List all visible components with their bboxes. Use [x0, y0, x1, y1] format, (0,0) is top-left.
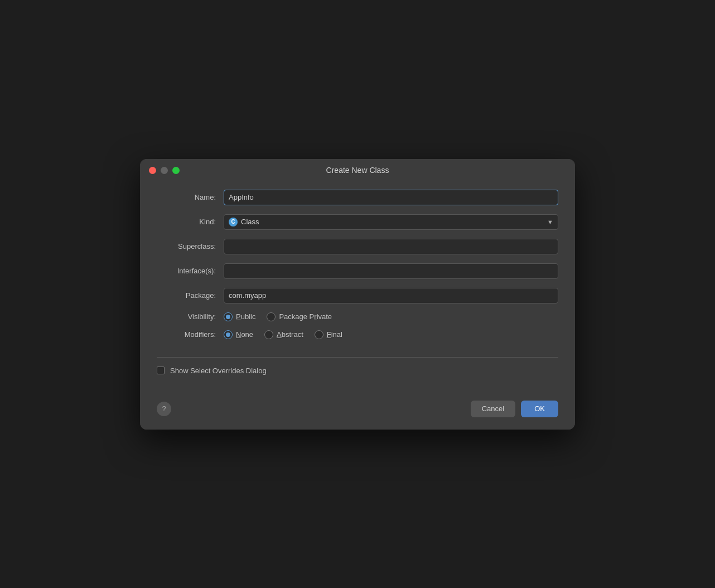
- package-label: Package:: [157, 291, 224, 300]
- minimize-button[interactable]: [161, 167, 168, 174]
- radio-abstract-outer: [264, 330, 273, 339]
- visibility-package-private[interactable]: Package Private: [267, 312, 332, 321]
- radio-none-inner: [226, 332, 230, 337]
- radio-public-inner: [226, 315, 230, 319]
- traffic-lights: [149, 167, 180, 174]
- dialog-title: Create New Class: [326, 166, 389, 175]
- interfaces-label: Interface(s):: [157, 267, 224, 275]
- visibility-label: Visibility:: [157, 312, 224, 321]
- dialog: Create New Class Name: Kind: C Class ▼ S…: [140, 159, 575, 430]
- divider: [157, 357, 558, 358]
- radio-none-outer: [224, 330, 233, 339]
- visibility-row: Visibility: Public Package Private: [157, 312, 558, 321]
- modifier-none-label: None: [236, 330, 253, 339]
- maximize-button[interactable]: [172, 167, 180, 174]
- kind-value: Class: [241, 218, 259, 226]
- dialog-footer: ? Cancel OK: [140, 392, 575, 430]
- close-button[interactable]: [149, 167, 156, 174]
- visibility-package-private-label: Package Private: [279, 312, 332, 321]
- radio-final-outer: [315, 330, 323, 339]
- modifiers-row: Modifiers: None Abstract Final: [157, 330, 558, 339]
- kind-row: Kind: C Class ▼: [157, 214, 558, 230]
- name-row: Name:: [157, 190, 558, 205]
- dialog-body: Name: Kind: C Class ▼ Superclass: Interf…: [140, 180, 575, 392]
- name-label: Name:: [157, 193, 224, 201]
- visibility-public-label: Public: [236, 312, 255, 321]
- name-input[interactable]: [224, 190, 558, 205]
- checkbox-row: Show Select Overrides Dialog: [157, 367, 558, 375]
- modifier-abstract-label: Abstract: [277, 330, 303, 339]
- modifiers-label: Modifiers:: [157, 330, 224, 339]
- title-bar: Create New Class: [140, 159, 575, 180]
- modifier-final[interactable]: Final: [315, 330, 342, 339]
- action-buttons: Cancel OK: [471, 401, 558, 417]
- modifier-none[interactable]: None: [224, 330, 253, 339]
- superclass-row: Superclass:: [157, 239, 558, 254]
- modifier-abstract[interactable]: Abstract: [264, 330, 303, 339]
- visibility-radio-group: Public Package Private: [224, 312, 332, 321]
- modifiers-radio-group: None Abstract Final: [224, 330, 342, 339]
- kind-dropdown[interactable]: C Class ▼: [224, 214, 558, 230]
- radio-package-private-outer: [267, 312, 276, 321]
- package-input[interactable]: [224, 288, 558, 303]
- visibility-public[interactable]: Public: [224, 312, 255, 321]
- kind-label: Kind:: [157, 218, 224, 226]
- override-checkbox-label: Show Select Overrides Dialog: [170, 367, 267, 375]
- help-button[interactable]: ?: [157, 402, 171, 416]
- modifier-final-label: Final: [327, 330, 342, 339]
- cancel-button[interactable]: Cancel: [471, 401, 515, 417]
- override-checkbox[interactable]: [157, 367, 165, 374]
- interfaces-input[interactable]: [224, 263, 558, 279]
- ok-button[interactable]: OK: [521, 401, 558, 417]
- kind-icon: C: [229, 218, 238, 226]
- interfaces-row: Interface(s):: [157, 263, 558, 279]
- superclass-label: Superclass:: [157, 242, 224, 250]
- package-row: Package:: [157, 288, 558, 303]
- chevron-down-icon: ▼: [547, 219, 553, 225]
- radio-public-outer: [224, 312, 233, 321]
- superclass-input[interactable]: [224, 239, 558, 254]
